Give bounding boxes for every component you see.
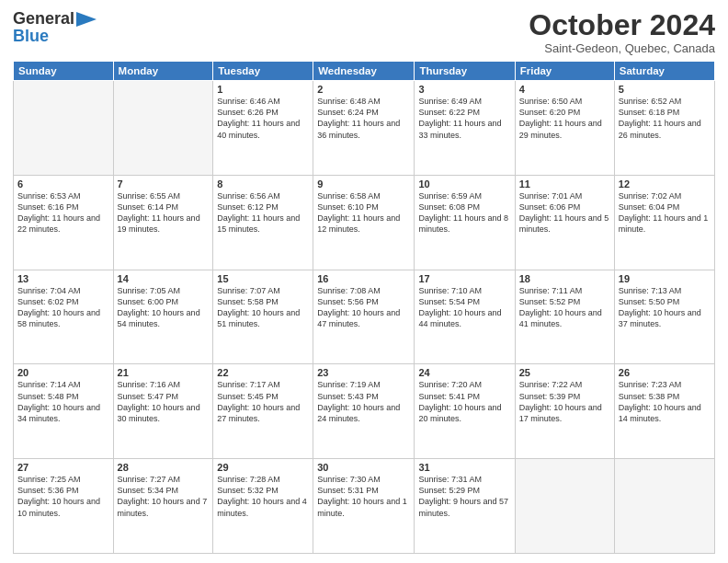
day-number: 24: [418, 367, 510, 378]
calendar-week-row: 13Sunrise: 7:04 AM Sunset: 6:02 PM Dayli…: [14, 270, 715, 364]
day-number: 25: [519, 367, 610, 378]
calendar-week-row: 27Sunrise: 7:25 AM Sunset: 5:36 PM Dayli…: [14, 459, 715, 554]
table-row: [14, 81, 114, 176]
day-number: 2: [317, 84, 410, 95]
day-number: 15: [217, 273, 309, 284]
table-row: 17Sunrise: 7:10 AM Sunset: 5:54 PM Dayli…: [415, 270, 515, 364]
location: Saint-Gedeon, Quebec, Canada: [529, 41, 715, 55]
day-number: 31: [418, 462, 510, 473]
day-number: 16: [317, 273, 410, 284]
day-number: 9: [317, 178, 410, 190]
table-row: 31Sunrise: 7:31 AM Sunset: 5:29 PM Dayli…: [415, 459, 515, 554]
day-number: 14: [118, 273, 210, 284]
logo-flag-icon: [76, 12, 97, 27]
table-row: 2Sunrise: 6:48 AM Sunset: 6:24 PM Daylig…: [313, 81, 415, 176]
day-info: Sunrise: 7:16 AM Sunset: 5:47 PM Dayligh…: [118, 379, 210, 424]
table-row: 30Sunrise: 7:30 AM Sunset: 5:31 PM Dayli…: [313, 459, 415, 554]
day-number: 22: [217, 367, 309, 378]
day-info: Sunrise: 6:56 AM Sunset: 6:12 PM Dayligh…: [217, 190, 309, 236]
table-row: 19Sunrise: 7:13 AM Sunset: 5:50 PM Dayli…: [614, 270, 714, 364]
day-number: 10: [418, 178, 510, 190]
logo: General Blue: [13, 9, 97, 46]
table-row: 25Sunrise: 7:22 AM Sunset: 5:39 PM Dayli…: [515, 364, 614, 459]
page: General Blue October 2024 Saint-Gedeon, …: [0, 0, 728, 563]
day-info: Sunrise: 7:08 AM Sunset: 5:56 PM Dayligh…: [317, 285, 410, 330]
day-info: Sunrise: 7:22 AM Sunset: 5:39 PM Dayligh…: [519, 379, 610, 424]
day-info: Sunrise: 6:52 AM Sunset: 6:18 PM Dayligh…: [619, 96, 711, 141]
day-number: 6: [17, 178, 109, 190]
day-info: Sunrise: 6:49 AM Sunset: 6:22 PM Dayligh…: [418, 96, 510, 141]
day-number: 3: [418, 84, 510, 95]
table-row: [614, 459, 714, 554]
day-number: 12: [619, 178, 711, 190]
col-monday: Monday: [113, 62, 213, 81]
table-row: 7Sunrise: 6:55 AM Sunset: 6:14 PM Daylig…: [113, 175, 213, 270]
col-tuesday: Tuesday: [213, 62, 313, 81]
col-sunday: Sunday: [14, 62, 114, 81]
table-row: 18Sunrise: 7:11 AM Sunset: 5:52 PM Dayli…: [515, 270, 614, 364]
day-number: 1: [217, 84, 309, 95]
day-number: 13: [17, 273, 109, 284]
day-number: 23: [317, 367, 410, 378]
day-info: Sunrise: 7:27 AM Sunset: 5:34 PM Dayligh…: [118, 474, 210, 519]
day-info: Sunrise: 7:11 AM Sunset: 5:52 PM Dayligh…: [519, 285, 610, 330]
day-info: Sunrise: 7:02 AM Sunset: 6:04 PM Dayligh…: [619, 190, 711, 236]
table-row: 8Sunrise: 6:56 AM Sunset: 6:12 PM Daylig…: [213, 175, 313, 270]
table-row: [113, 81, 213, 176]
calendar-week-row: 20Sunrise: 7:14 AM Sunset: 5:48 PM Dayli…: [14, 364, 715, 459]
logo-blue-text: Blue: [13, 27, 49, 46]
day-info: Sunrise: 7:25 AM Sunset: 5:36 PM Dayligh…: [17, 474, 109, 519]
day-number: 27: [17, 462, 109, 473]
table-row: 10Sunrise: 6:59 AM Sunset: 6:08 PM Dayli…: [415, 175, 515, 270]
table-row: 20Sunrise: 7:14 AM Sunset: 5:48 PM Dayli…: [14, 364, 114, 459]
day-info: Sunrise: 7:05 AM Sunset: 6:00 PM Dayligh…: [118, 285, 210, 330]
table-row: 28Sunrise: 7:27 AM Sunset: 5:34 PM Dayli…: [113, 459, 213, 554]
day-info: Sunrise: 7:31 AM Sunset: 5:29 PM Dayligh…: [418, 474, 510, 519]
day-info: Sunrise: 6:59 AM Sunset: 6:08 PM Dayligh…: [418, 190, 510, 236]
day-number: 30: [317, 462, 410, 473]
calendar-table: Sunday Monday Tuesday Wednesday Thursday…: [13, 61, 715, 554]
table-row: 27Sunrise: 7:25 AM Sunset: 5:36 PM Dayli…: [14, 459, 114, 554]
col-wednesday: Wednesday: [313, 62, 415, 81]
table-row: [515, 459, 614, 554]
table-row: 26Sunrise: 7:23 AM Sunset: 5:38 PM Dayli…: [614, 364, 714, 459]
table-row: 1Sunrise: 6:46 AM Sunset: 6:26 PM Daylig…: [213, 81, 313, 176]
day-info: Sunrise: 7:10 AM Sunset: 5:54 PM Dayligh…: [418, 285, 510, 330]
day-number: 4: [519, 84, 610, 95]
col-thursday: Thursday: [415, 62, 515, 81]
table-row: 13Sunrise: 7:04 AM Sunset: 6:02 PM Dayli…: [14, 270, 114, 364]
table-row: 23Sunrise: 7:19 AM Sunset: 5:43 PM Dayli…: [313, 364, 415, 459]
day-info: Sunrise: 7:17 AM Sunset: 5:45 PM Dayligh…: [217, 379, 309, 424]
day-info: Sunrise: 7:30 AM Sunset: 5:31 PM Dayligh…: [317, 474, 410, 519]
calendar-week-row: 1Sunrise: 6:46 AM Sunset: 6:26 PM Daylig…: [14, 81, 715, 176]
day-info: Sunrise: 7:01 AM Sunset: 6:06 PM Dayligh…: [519, 190, 610, 236]
logo-general-text: General: [13, 9, 74, 29]
day-info: Sunrise: 6:55 AM Sunset: 6:14 PM Dayligh…: [118, 190, 210, 236]
day-info: Sunrise: 6:53 AM Sunset: 6:16 PM Dayligh…: [17, 190, 109, 236]
day-number: 21: [118, 367, 210, 378]
table-row: 5Sunrise: 6:52 AM Sunset: 6:18 PM Daylig…: [614, 81, 714, 176]
table-row: 21Sunrise: 7:16 AM Sunset: 5:47 PM Dayli…: [113, 364, 213, 459]
table-row: 12Sunrise: 7:02 AM Sunset: 6:04 PM Dayli…: [614, 175, 714, 270]
day-number: 28: [118, 462, 210, 473]
day-info: Sunrise: 7:07 AM Sunset: 5:58 PM Dayligh…: [217, 285, 309, 330]
table-row: 29Sunrise: 7:28 AM Sunset: 5:32 PM Dayli…: [213, 459, 313, 554]
day-number: 26: [619, 367, 711, 378]
month-title: October 2024: [529, 9, 715, 41]
calendar-week-row: 6Sunrise: 6:53 AM Sunset: 6:16 PM Daylig…: [14, 175, 715, 270]
table-row: 4Sunrise: 6:50 AM Sunset: 6:20 PM Daylig…: [515, 81, 614, 176]
table-row: 15Sunrise: 7:07 AM Sunset: 5:58 PM Dayli…: [213, 270, 313, 364]
day-number: 11: [519, 178, 610, 190]
table-row: 3Sunrise: 6:49 AM Sunset: 6:22 PM Daylig…: [415, 81, 515, 176]
day-number: 20: [17, 367, 109, 378]
day-number: 8: [217, 178, 309, 190]
svg-marker-0: [76, 12, 97, 27]
calendar-header-row: Sunday Monday Tuesday Wednesday Thursday…: [14, 62, 715, 81]
day-info: Sunrise: 6:46 AM Sunset: 6:26 PM Dayligh…: [217, 96, 309, 141]
table-row: 16Sunrise: 7:08 AM Sunset: 5:56 PM Dayli…: [313, 270, 415, 364]
day-info: Sunrise: 7:20 AM Sunset: 5:41 PM Dayligh…: [418, 379, 510, 424]
table-row: 11Sunrise: 7:01 AM Sunset: 6:06 PM Dayli…: [515, 175, 614, 270]
day-info: Sunrise: 7:04 AM Sunset: 6:02 PM Dayligh…: [17, 285, 109, 330]
day-number: 19: [619, 273, 711, 284]
table-row: 24Sunrise: 7:20 AM Sunset: 5:41 PM Dayli…: [415, 364, 515, 459]
